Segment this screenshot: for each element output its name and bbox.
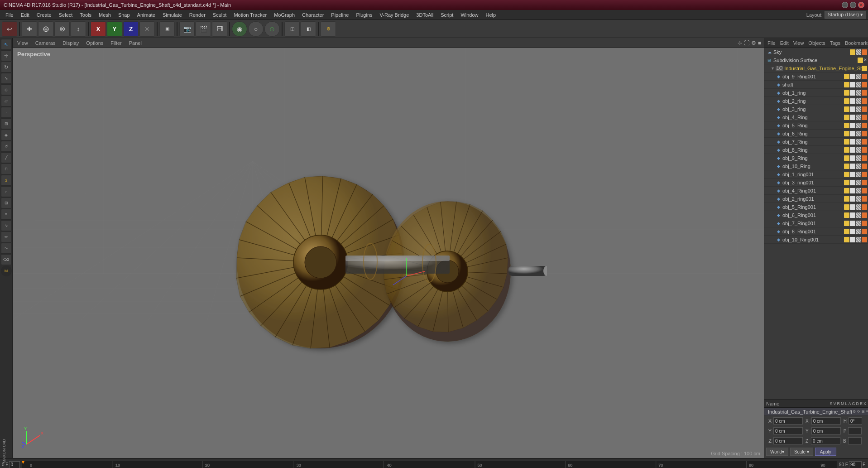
close-button[interactable]: ✕	[858, 2, 864, 8]
menu-window[interactable]: Window	[457, 11, 482, 19]
menu-motiontracker[interactable]: Motion Tracker	[230, 11, 270, 19]
tool-5[interactable]: ◧	[301, 21, 316, 37]
tool-3[interactable]: ⊙	[264, 21, 280, 37]
scene-obj-row[interactable]: ◆obj_2_ring001	[764, 195, 868, 203]
left-tool-path[interactable]: ∿	[1, 220, 12, 231]
world-button[interactable]: World ▾	[766, 448, 788, 456]
scene-obj-turbine-root[interactable]: ▼ LO Industrial_Gas_Turbine_Engine_Shaft	[764, 64, 868, 72]
viewport[interactable]: View Cameras Display Options Filter Pane…	[13, 38, 764, 458]
scene-btn-edit[interactable]: Edit	[779, 40, 790, 46]
left-tool-polygon[interactable]: ◇	[1, 84, 12, 95]
menu-simulate[interactable]: Simulate	[159, 11, 186, 19]
axis-all[interactable]: ✕	[139, 21, 155, 37]
left-tool-move[interactable]: ✛	[1, 50, 12, 61]
left-tool-knife[interactable]: ╱	[1, 152, 12, 163]
ctrl-r[interactable]: ⊞	[861, 410, 865, 414]
viewport-icon-expand[interactable]: ⛶	[744, 40, 749, 46]
menu-3dtoall[interactable]: 3DToAll	[412, 11, 437, 19]
scene-obj-row[interactable]: ◆obj_1_ring	[764, 89, 868, 97]
left-tool-bevel[interactable]: ◈	[1, 130, 12, 140]
menu-mograph[interactable]: MoGraph	[270, 11, 298, 19]
left-tool-grid[interactable]: ⊞	[1, 198, 12, 208]
left-tool-spline[interactable]: 〜	[1, 243, 12, 254]
coord-y2-input[interactable]	[811, 427, 841, 434]
timeline-end-input[interactable]	[849, 461, 862, 468]
tool-1[interactable]: ◉	[232, 21, 247, 37]
minimize-button[interactable]: ─	[842, 2, 848, 8]
coord-z2-input[interactable]	[811, 437, 840, 444]
coord-x2-input[interactable]	[811, 417, 841, 425]
left-tool-dollar[interactable]: $	[1, 175, 12, 186]
restore-button[interactable]: □	[850, 2, 856, 8]
scene-btn-view[interactable]: View	[792, 40, 806, 46]
left-tool-extrude[interactable]: ⊞	[1, 118, 12, 129]
scene-obj-row[interactable]: ◆obj_5_Ring001	[764, 203, 868, 211]
scene-obj-row[interactable]: ◆obj_10_Ring001	[764, 236, 868, 244]
menu-select[interactable]: Select	[55, 11, 77, 19]
left-tool-edge[interactable]: ▱	[1, 96, 12, 106]
scene-obj-row[interactable]: ◆shaft	[764, 81, 868, 89]
scene-obj-row[interactable]: ◆obj_10_Ring	[764, 162, 868, 170]
sky-dot-3[interactable]	[862, 49, 867, 55]
menu-animate[interactable]: Animate	[134, 11, 159, 19]
left-tool-layer[interactable]: ≡	[1, 209, 12, 220]
tab-panel[interactable]: Panel	[127, 39, 144, 47]
render-region[interactable]: 📷	[179, 21, 195, 37]
scale-button[interactable]: Scale ▾	[790, 448, 813, 456]
mode-rotate[interactable]: ⊕	[38, 21, 53, 37]
coord-b-input[interactable]	[848, 437, 862, 444]
tool-6[interactable]: ⚙	[321, 21, 336, 37]
left-tool-eraser[interactable]: ⌫	[1, 254, 12, 265]
mode-move[interactable]: ↕	[71, 21, 86, 37]
scene-obj-row[interactable]: ◆obj_7_Ring001	[764, 219, 868, 227]
scene-obj-row[interactable]: ◆obj_5_Ring	[764, 121, 868, 130]
scene-obj-row[interactable]: ◆obj_8_Ring001	[764, 227, 868, 236]
sky-dot-2[interactable]	[856, 49, 861, 55]
active-object-row[interactable]: Industrial_Gas_Turbine_Engine_Shaft ⚙ ⟳ …	[764, 408, 868, 416]
tab-view[interactable]: View	[15, 39, 30, 47]
ss-close[interactable]: ✕	[863, 58, 867, 63]
left-tool-point[interactable]: ·	[1, 107, 12, 118]
viewport-bg[interactable]: Grid Spacing : 100 cm X Y Z	[13, 48, 764, 458]
sky-dot-1[interactable]	[850, 49, 855, 55]
turbine-root-expand[interactable]: ▼	[771, 66, 775, 71]
scene-btn-tags[interactable]: Tags	[829, 40, 842, 46]
menu-tools[interactable]: Tools	[76, 11, 95, 19]
mode-object[interactable]: ✚	[22, 21, 37, 37]
scene-obj-row[interactable]: ◆obj_1_ring001	[764, 170, 868, 179]
left-tool-select[interactable]: ↖	[1, 39, 12, 50]
coord-h-input[interactable]	[849, 417, 862, 425]
tab-options[interactable]: Options	[84, 39, 105, 47]
timeline-frame-input[interactable]	[9, 461, 20, 468]
menu-plugins[interactable]: Plugins	[352, 11, 376, 19]
menu-render[interactable]: Render	[186, 11, 209, 19]
timeline-track[interactable]: 0 10 20 30 40 50 60 70 80 90	[22, 461, 837, 468]
tool-2[interactable]: ○	[248, 21, 264, 37]
left-tool-loop[interactable]: ↺	[1, 141, 12, 152]
axis-y[interactable]: Y	[107, 21, 122, 37]
apply-button[interactable]: Apply	[815, 448, 836, 456]
select-all[interactable]: ▣	[159, 21, 175, 37]
scene-obj-row[interactable]: ◆obj_2_ring	[764, 97, 868, 105]
scene-btn-file[interactable]: File	[766, 40, 777, 46]
left-tool-brush[interactable]: ⌐	[1, 186, 12, 197]
menu-snap[interactable]: Snap	[115, 11, 134, 19]
axis-x[interactable]: X	[91, 21, 106, 37]
tool-4[interactable]: ◫	[284, 21, 300, 37]
scene-obj-row[interactable]: ◆obj_4_Ring001	[764, 187, 868, 195]
scene-obj-row[interactable]: ◆obj_8_Ring	[764, 146, 868, 154]
coord-p-input[interactable]	[848, 427, 862, 434]
scene-obj-row[interactable]: ◆obj_6_Ring	[764, 130, 868, 138]
layout-preset[interactable]: Startup (User) ▾	[825, 11, 866, 19]
menu-mesh[interactable]: Mesh	[95, 11, 115, 19]
left-tool-rotate[interactable]: ↻	[1, 62, 12, 72]
menu-edit[interactable]: Edit	[17, 11, 33, 19]
viewport-icon-settings[interactable]: ⚙	[751, 40, 756, 46]
render-active[interactable]: 🎬	[196, 21, 211, 37]
tab-cameras[interactable]: Cameras	[34, 39, 58, 47]
ctrl-v[interactable]: ⟳	[857, 410, 861, 414]
scene-obj-row[interactable]: ◆obj_9_Ring	[764, 154, 868, 162]
menu-pipeline[interactable]: Pipeline	[327, 11, 352, 19]
coord-x-input[interactable]	[773, 417, 803, 425]
ss-dot-1[interactable]	[858, 58, 863, 63]
